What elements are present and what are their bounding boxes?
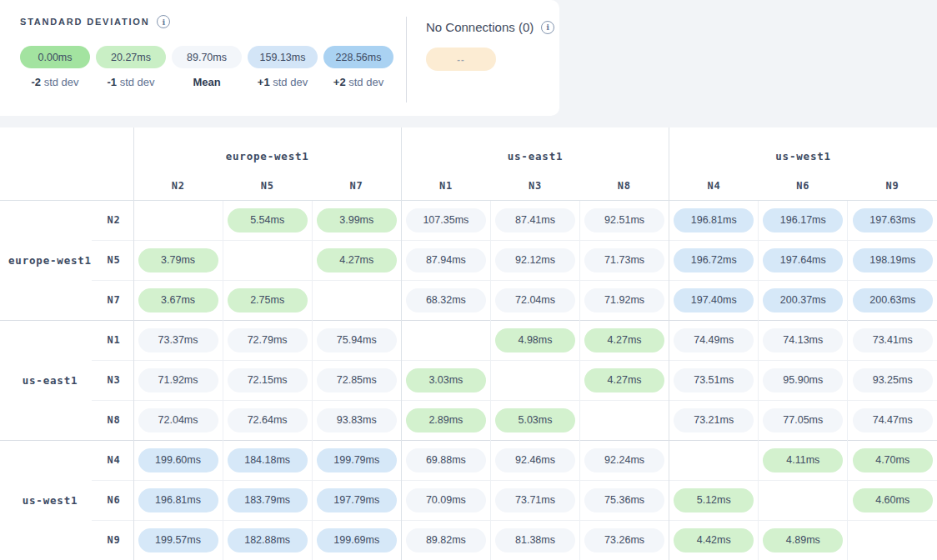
latency-pill[interactable]: 196.17ms [763, 208, 843, 232]
latency-pill[interactable]: 2.75ms [228, 288, 308, 312]
node-column-header: N7 [312, 172, 401, 200]
latency-pill[interactable]: 3.99ms [317, 208, 397, 232]
latency-pill[interactable]: 3.79ms [138, 248, 218, 272]
latency-cell: 73.37ms [133, 320, 223, 360]
legend-pill: 228.56ms [323, 46, 393, 68]
latency-pill[interactable]: 75.94ms [317, 328, 397, 352]
latency-pill[interactable]: 2.89ms [406, 408, 486, 432]
latency-pill[interactable]: 3.67ms [138, 288, 218, 312]
latency-pill[interactable]: 73.37ms [138, 328, 218, 352]
latency-pill[interactable]: 71.73ms [584, 248, 664, 272]
latency-pill[interactable]: 69.88ms [406, 448, 486, 472]
legend-pill: 89.70ms [172, 46, 242, 68]
latency-pill[interactable]: 74.13ms [763, 328, 843, 352]
latency-cell: 200.37ms [759, 280, 848, 320]
latency-pill[interactable]: 92.46ms [495, 448, 575, 472]
latency-pill[interactable]: 70.09ms [406, 488, 486, 512]
latency-pill[interactable]: 87.94ms [406, 248, 486, 272]
latency-cell: 3.79ms [133, 240, 223, 280]
latency-pill[interactable]: 89.82ms [406, 528, 486, 552]
latency-pill[interactable]: 199.57ms [138, 528, 218, 552]
latency-pill[interactable]: 74.47ms [853, 408, 933, 432]
latency-pill[interactable]: 92.12ms [495, 248, 575, 272]
latency-pill[interactable]: 72.64ms [228, 408, 308, 432]
latency-pill[interactable]: 71.92ms [138, 368, 218, 392]
latency-pill[interactable]: 4.89ms [763, 528, 843, 552]
latency-cell [848, 520, 937, 560]
latency-matrix: europe-west1us-east1us-west1N2N5N7N1N3N8… [0, 128, 937, 560]
latency-cell [580, 400, 669, 440]
latency-pill[interactable]: 73.71ms [495, 488, 575, 512]
latency-pill[interactable]: 200.63ms [853, 288, 933, 312]
latency-pill[interactable]: 72.04ms [495, 288, 575, 312]
latency-pill[interactable]: 73.41ms [853, 328, 933, 352]
latency-pill[interactable]: 93.83ms [317, 408, 397, 432]
latency-pill[interactable]: 4.42ms [674, 528, 754, 552]
latency-pill[interactable]: 72.79ms [228, 328, 308, 352]
latency-pill[interactable]: 73.26ms [584, 528, 664, 552]
latency-pill[interactable]: 197.64ms [763, 248, 843, 272]
latency-pill[interactable]: 198.19ms [853, 248, 933, 272]
latency-pill[interactable]: 3.03ms [406, 368, 486, 392]
latency-pill[interactable]: 5.03ms [495, 408, 575, 432]
latency-pill[interactable]: 4.60ms [853, 488, 933, 512]
latency-pill[interactable]: 196.81ms [674, 208, 754, 232]
latency-pill[interactable]: 4.27ms [317, 248, 397, 272]
latency-pill[interactable]: 72.15ms [228, 368, 308, 392]
info-icon[interactable]: i [157, 15, 170, 28]
latency-pill[interactable]: 73.21ms [674, 408, 754, 432]
latency-pill[interactable]: 75.36ms [584, 488, 664, 512]
latency-pill[interactable]: 74.49ms [674, 328, 754, 352]
latency-pill[interactable]: 4.27ms [584, 368, 664, 392]
latency-cell: 68.32ms [401, 280, 490, 320]
legend-label: +2 std dev [323, 76, 393, 88]
latency-pill[interactable]: 182.88ms [228, 528, 308, 552]
latency-pill[interactable]: 87.41ms [495, 208, 575, 232]
latency-cell: 199.60ms [133, 440, 223, 480]
node-column-header: N8 [580, 172, 669, 200]
latency-pill[interactable]: 72.04ms [138, 408, 218, 432]
latency-cell: 74.49ms [669, 320, 759, 360]
latency-cell: 71.73ms [580, 240, 669, 280]
legend-pill: 20.27ms [96, 46, 166, 68]
latency-pill[interactable]: 4.27ms [584, 328, 664, 352]
latency-pill[interactable]: 73.51ms [674, 368, 754, 392]
region-column-header: us-east1 [401, 128, 669, 172]
latency-pill[interactable]: 184.18ms [228, 448, 308, 472]
latency-pill[interactable]: 200.37ms [763, 288, 843, 312]
latency-pill[interactable]: 92.51ms [584, 208, 664, 232]
latency-pill[interactable]: 5.54ms [228, 208, 308, 232]
latency-pill[interactable]: 4.70ms [853, 448, 933, 472]
legend-divider [406, 17, 407, 102]
latency-cell: 196.17ms [759, 200, 848, 240]
latency-pill[interactable]: 93.25ms [853, 368, 933, 392]
latency-pill[interactable]: 95.90ms [763, 368, 843, 392]
table-row: N872.04ms72.64ms93.83ms2.89ms5.03ms73.21… [0, 400, 937, 440]
latency-pill[interactable]: 199.60ms [138, 448, 218, 472]
latency-pill[interactable]: 5.12ms [674, 488, 754, 512]
latency-pill[interactable]: 199.69ms [317, 528, 397, 552]
latency-cell: 199.57ms [133, 520, 223, 560]
latency-pill[interactable]: 196.72ms [674, 248, 754, 272]
latency-pill[interactable]: 68.32ms [406, 288, 486, 312]
latency-pill[interactable]: 197.63ms [853, 208, 933, 232]
latency-pill[interactable]: 197.40ms [674, 288, 754, 312]
latency-pill[interactable]: 77.05ms [763, 408, 843, 432]
latency-pill[interactable]: 196.81ms [138, 488, 218, 512]
latency-pill[interactable]: 71.92ms [584, 288, 664, 312]
latency-cell: 87.94ms [401, 240, 490, 280]
latency-pill[interactable]: 183.79ms [228, 488, 308, 512]
latency-cell: 74.47ms [848, 400, 937, 440]
table-row: N371.92ms72.15ms72.85ms3.03ms4.27ms73.51… [0, 360, 937, 400]
latency-pill[interactable]: 92.24ms [584, 448, 664, 472]
latency-pill[interactable]: 197.79ms [317, 488, 397, 512]
latency-pill[interactable]: 4.11ms [763, 448, 843, 472]
node-row-label: N8 [92, 400, 133, 440]
latency-pill[interactable]: 81.38ms [495, 528, 575, 552]
latency-pill[interactable]: 72.85ms [317, 368, 397, 392]
info-icon[interactable]: i [541, 21, 554, 34]
table-row: europe-west1N25.54ms3.99ms107.35ms87.41m… [0, 200, 937, 240]
latency-pill[interactable]: 4.98ms [495, 328, 575, 352]
latency-pill[interactable]: 107.35ms [406, 208, 486, 232]
latency-pill[interactable]: 199.79ms [317, 448, 397, 472]
